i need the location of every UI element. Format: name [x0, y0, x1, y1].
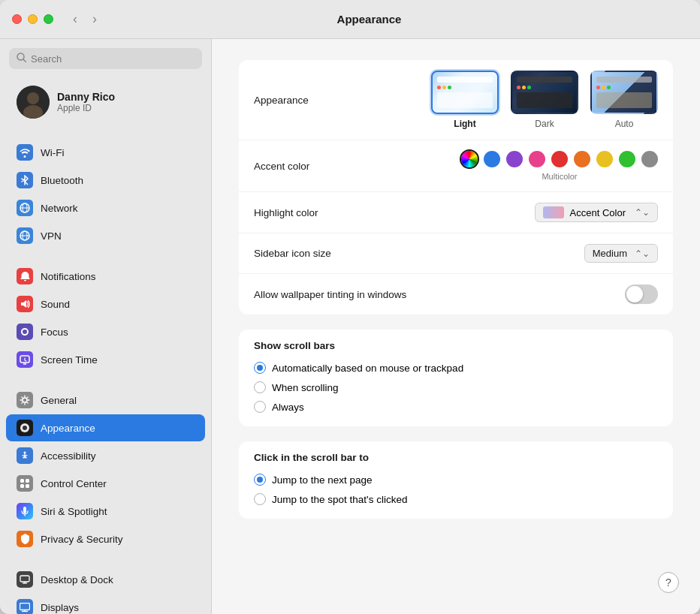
scroll-when-scrolling-option[interactable]: When scrolling [254, 381, 658, 393]
sidebar-item-sound[interactable]: Sound [6, 290, 205, 318]
sidebar-icon-size-select[interactable]: Medium ⌃⌄ [584, 244, 658, 263]
privacy-icon [17, 531, 33, 547]
scroll-when-scrolling-radio[interactable] [254, 381, 266, 393]
scroll-auto-radio[interactable] [254, 362, 266, 374]
svg-point-13 [23, 398, 27, 402]
sidebar-item-displays[interactable]: Displays [6, 594, 205, 614]
sidebar-item-label-siri: Siri & Spotlight [41, 506, 107, 517]
user-name: Danny Rico [57, 91, 115, 103]
minimize-button[interactable] [28, 14, 38, 24]
appearance-mode-label: Appearance [254, 95, 389, 106]
sidebar-item-accessibility[interactable]: Accessibility [6, 442, 205, 469]
focus-icon [17, 324, 33, 340]
accent-multicolor[interactable] [461, 151, 478, 167]
scroll-auto-option[interactable]: Automatically based on mouse or trackpad [254, 362, 658, 374]
sidebar-item-privacy[interactable]: Privacy & Security [6, 525, 205, 552]
click-radio-group: Jump to the next page Jump to the spot t… [254, 471, 658, 508]
appearance-options: Light [431, 71, 658, 129]
scroll-bars-section: Show scroll bars Automatically based on … [239, 330, 673, 426]
sidebar-item-desktop[interactable]: Desktop & Dock [6, 566, 205, 593]
accent-blue[interactable] [484, 151, 500, 167]
click-scroll-content: Click in the scroll bar to Jump to the n… [239, 441, 673, 519]
sidebar-item-appearance[interactable]: Appearance [6, 414, 205, 441]
accent-pink[interactable] [529, 151, 545, 167]
scroll-always-option[interactable]: Always [254, 401, 658, 413]
scroll-always-radio[interactable] [254, 401, 266, 413]
highlight-swatch [543, 206, 564, 218]
sidebar-item-controlcenter[interactable]: Control Center [6, 470, 205, 497]
click-spot-clicked-radio[interactable] [254, 493, 266, 505]
auto-label: Auto [615, 119, 634, 129]
accent-yellow[interactable] [596, 151, 613, 167]
sidebar: Danny Rico Apple ID Wi-Fi [0, 39, 212, 614]
highlight-color-label: Highlight color [254, 207, 389, 218]
appearance-option-dark[interactable]: Dark [511, 71, 578, 129]
sidebar-item-label-sound: Sound [41, 299, 70, 310]
siri-icon [17, 503, 33, 519]
user-profile[interactable]: Danny Rico Apple ID [6, 78, 205, 126]
highlight-arrows-icon: ⌃⌄ [635, 207, 650, 218]
sidebar-item-label-general: General [41, 395, 77, 406]
svg-point-16 [24, 452, 26, 454]
click-next-page-label: Jump to the next page [272, 474, 373, 486]
notifications-icon [17, 268, 33, 284]
show-scroll-bars-content: Show scroll bars Automatically based on … [239, 330, 673, 426]
click-next-page-option[interactable]: Jump to the next page [254, 474, 658, 486]
sidebar-item-focus[interactable]: Focus [6, 318, 205, 345]
svg-point-3 [27, 92, 39, 104]
sidebar-item-network[interactable]: Network [6, 194, 205, 221]
help-button[interactable]: ? [658, 572, 679, 593]
close-button[interactable] [12, 14, 22, 24]
dark-label: Dark [535, 119, 554, 129]
accent-color-label: Accent color [254, 161, 389, 172]
highlight-color-content: Accent Color ⌃⌄ [389, 203, 658, 222]
accent-colors-container: Multicolor [389, 151, 658, 181]
wallpaper-tinting-toggle[interactable] [625, 284, 658, 304]
accent-graphite[interactable] [641, 151, 658, 167]
accent-red[interactable] [551, 151, 568, 167]
sidebar-item-label-displays: Displays [41, 602, 79, 613]
accent-green[interactable] [619, 151, 635, 167]
sidebar-item-label-notifications: Notifications [41, 271, 96, 282]
vpn-icon [17, 227, 33, 244]
search-input[interactable] [31, 53, 195, 65]
accent-purple[interactable] [506, 151, 523, 167]
highlight-color-select[interactable]: Accent Color ⌃⌄ [535, 203, 658, 222]
svg-rect-19 [20, 484, 24, 488]
sidebar-item-bluetooth[interactable]: Bluetooth [6, 167, 205, 194]
appearance-option-auto[interactable]: Auto [590, 71, 658, 129]
click-spot-clicked-option[interactable]: Jump to the spot that's clicked [254, 493, 658, 505]
search-icon [17, 53, 26, 65]
click-next-page-radio[interactable] [254, 474, 266, 486]
sidebar-item-siri[interactable]: Siri & Spotlight [6, 498, 205, 525]
sidebar-item-label-desktop: Desktop & Dock [41, 574, 113, 585]
highlight-color-value: Accent Color [570, 207, 626, 218]
show-scroll-bars-label: Show scroll bars [254, 340, 658, 351]
svg-rect-20 [26, 484, 29, 488]
click-scroll-section: Click in the scroll bar to Jump to the n… [239, 441, 673, 519]
size-arrows-icon: ⌃⌄ [635, 248, 650, 259]
accessibility-icon [17, 447, 33, 464]
wallpaper-tinting-row: Allow wallpaper tinting in windows [239, 274, 673, 315]
appearance-option-light[interactable]: Light [431, 71, 499, 129]
search-bar[interactable] [9, 48, 202, 69]
system-preferences-window: ‹ › Appearance [0, 0, 700, 614]
user-info: Danny Rico Apple ID [57, 91, 115, 113]
sidebar-item-wifi[interactable]: Wi-Fi [6, 139, 205, 166]
desktop-icon [17, 571, 33, 588]
sidebar-icon-size-label: Sidebar icon size [254, 248, 389, 259]
sidebar-item-vpn[interactable]: VPN [6, 222, 205, 249]
appearance-options-container: Light [389, 71, 658, 129]
appearance-row: Appearance [239, 60, 673, 140]
sidebar-item-label-privacy: Privacy & Security [41, 534, 123, 545]
sidebar-item-notifications[interactable]: Notifications [6, 263, 205, 290]
accent-orange[interactable] [574, 151, 590, 167]
toggle-knob [626, 286, 643, 302]
appearance-icon [17, 420, 33, 436]
window-title: Appearance [50, 13, 688, 26]
scroll-radio-group: Automatically based on mouse or trackpad… [254, 359, 658, 416]
sidebar-item-screentime[interactable]: Screen Time [6, 346, 205, 373]
accent-selected-label: Multicolor [542, 172, 577, 181]
wallpaper-tinting-label: Allow wallpaper tinting in windows [254, 289, 406, 300]
sidebar-item-general[interactable]: General [6, 387, 205, 414]
